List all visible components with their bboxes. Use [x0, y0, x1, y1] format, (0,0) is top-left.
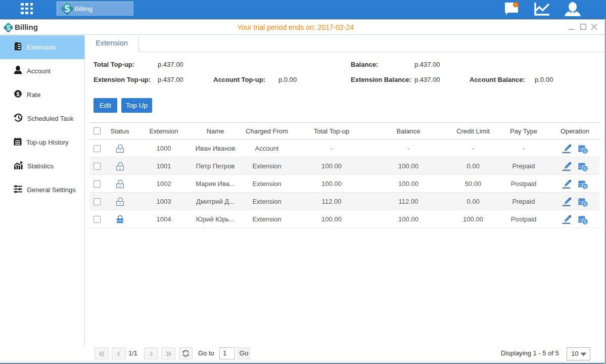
svg-text:!: !: [515, 3, 517, 7]
svg-text:S: S: [583, 166, 586, 171]
svg-text:S: S: [583, 219, 586, 224]
svg-text:S: S: [583, 148, 586, 154]
svg-text:$: $: [65, 3, 70, 14]
svg-text:$: $: [16, 91, 20, 97]
svg-text:S: S: [583, 184, 586, 189]
svg-text:S: S: [583, 201, 586, 207]
